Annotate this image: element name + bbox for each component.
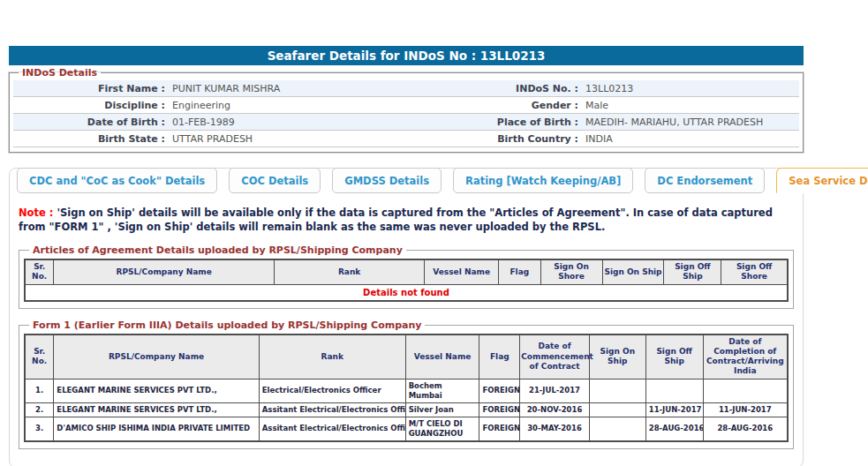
- details-not-found-message: Details not found: [25, 284, 788, 301]
- col-sr-no: Sr. No.: [25, 259, 54, 284]
- commencement-date: 20-NOV-2016: [520, 402, 590, 417]
- indos-row-state: Birth State : UTTAR PRADESH Birth Countr…: [13, 131, 799, 147]
- form1-legend: Form 1 (Earlier Form IIIA) Details uploa…: [29, 319, 425, 331]
- col-flag: Flag: [499, 259, 541, 284]
- birth-country-value: INDIA: [578, 133, 799, 145]
- tab-cdc-coc-cook-details[interactable]: CDC and "CoC as Cook" Details: [17, 168, 217, 193]
- tab-dc-endorsement[interactable]: DC Endorsement: [645, 168, 765, 193]
- col-sign-on-ship: Sign On Ship: [589, 334, 645, 380]
- vessel-name: M/T CIELO DI GUANGZHOU: [405, 417, 479, 441]
- rank: Assitant Electrical/Electronics Officer: [259, 417, 405, 441]
- flag: FOREIGN: [479, 379, 520, 402]
- note-prefix: Note :: [19, 207, 53, 219]
- company-name: D'AMICO SHIP ISHIMA INDIA PRIVATE LIMITE…: [54, 417, 259, 441]
- first-name-label: First Name :: [13, 83, 165, 94]
- dob-value: 01-FEB-1989: [165, 116, 437, 128]
- form1-table: Sr. No. RPSL/Company Name Rank Vessel Na…: [24, 334, 789, 442]
- sign-on-ship-date: [589, 417, 645, 441]
- col-sign-on-ship: Sign On Ship: [602, 259, 664, 284]
- completion-date: 28-AUG-2016: [703, 417, 788, 441]
- sign-off-ship-date: 11-JUN-2017: [645, 402, 703, 417]
- articles-empty-row: Details not found: [25, 284, 788, 301]
- indos-details-section: INDoS Details First Name : PUNIT KUMAR M…: [9, 67, 804, 153]
- table-row: 2. ELEGANT MARINE SERVICES PVT LTD., Ass…: [25, 402, 788, 417]
- tab-bar: CDC and "CoC as Cook" Details COC Detail…: [10, 168, 803, 193]
- sea-service-panel: CDC and "CoC as Cook" Details COC Detail…: [9, 168, 804, 466]
- page-title: Seafarer Details for INDoS No : 13LL0213: [9, 46, 804, 65]
- place-of-birth-label: Place of Birth :: [437, 116, 578, 128]
- articles-table: Sr. No. RPSL/Company Name Rank Vessel Na…: [24, 259, 789, 302]
- col-completion: Date of Completion of Contract/Arriving …: [703, 334, 788, 380]
- birth-state-value: UTTAR PRADESH: [165, 133, 437, 145]
- sign-on-ship-note: Note : 'Sign on Ship' details will be av…: [10, 193, 803, 234]
- place-of-birth-value: MAEDIH- MARIAHU, UTTAR PRADESH: [578, 116, 799, 128]
- col-sign-on-shore: Sign On Shore: [540, 259, 602, 284]
- birth-country-label: Birth Country :: [437, 133, 578, 145]
- vessel-name: Bochem Mumbai: [405, 379, 479, 402]
- sr-no: 2.: [25, 402, 54, 417]
- indos-no-label: INDoS No. :: [437, 83, 578, 94]
- sign-off-ship-date: [645, 379, 703, 402]
- indos-no-value: 13LL0213: [578, 83, 799, 94]
- articles-legend: Articles of Agreement Details uploaded b…: [29, 244, 406, 256]
- col-company: RPSL/Company Name: [54, 334, 259, 380]
- articles-header-row: Sr. No. RPSL/Company Name Rank Vessel Na…: [25, 259, 788, 284]
- col-sign-off-ship: Sign Off Ship: [664, 259, 721, 284]
- sign-on-ship-date: [589, 402, 645, 417]
- rank: Electrical/Electronics Officer: [259, 379, 405, 402]
- sign-off-ship-date: 28-AUG-2016: [645, 417, 703, 441]
- indos-details-legend: INDoS Details: [19, 67, 101, 79]
- sr-no: 1.: [25, 379, 54, 402]
- col-sign-off-ship: Sign Off Ship: [645, 334, 703, 380]
- col-vessel: Vessel Name: [405, 334, 479, 380]
- indos-row-name: First Name : PUNIT KUMAR MISHRA INDoS No…: [13, 80, 799, 97]
- col-commencement: Date of Commencement of Contract: [520, 334, 590, 380]
- sr-no: 3.: [25, 417, 54, 441]
- commencement-date: 30-MAY-2016: [520, 417, 590, 441]
- gender-label: Gender :: [437, 100, 578, 111]
- col-sign-off-shore: Sign Off Shore: [721, 259, 788, 284]
- form1-header-row: Sr. No. RPSL/Company Name Rank Vessel Na…: [25, 334, 788, 380]
- col-rank: Rank: [259, 334, 405, 380]
- dob-label: Date of Birth :: [13, 116, 165, 128]
- col-flag: Flag: [479, 334, 520, 380]
- rank: Assitant Electrical/Electronics Officer: [259, 402, 405, 417]
- gender-value: Male: [578, 100, 799, 111]
- tab-gmdss-details[interactable]: GMDSS Details: [332, 168, 442, 193]
- tab-sea-service-details[interactable]: Sea Service Details: [776, 168, 868, 193]
- company-name: ELEGANT MARINE SERVICES PVT LTD.,: [54, 402, 259, 417]
- sign-on-ship-date: [589, 379, 645, 402]
- completion-date: [703, 379, 788, 402]
- flag: FOREIGN: [479, 402, 520, 417]
- col-vessel: Vessel Name: [425, 259, 499, 284]
- discipline-value: Engineering: [165, 100, 437, 111]
- table-row: 3. D'AMICO SHIP ISHIMA INDIA PRIVATE LIM…: [25, 417, 788, 441]
- col-rank: Rank: [275, 259, 425, 284]
- flag: FOREIGN: [479, 417, 520, 441]
- first-name-value: PUNIT KUMAR MISHRA: [165, 83, 437, 94]
- articles-of-agreement-section: Articles of Agreement Details uploaded b…: [19, 244, 794, 309]
- table-row: 1. ELEGANT MARINE SERVICES PVT LTD., Ele…: [25, 379, 788, 402]
- vessel-name: Silver Joan: [405, 402, 479, 417]
- completion-date: 11-JUN-2017: [703, 402, 788, 417]
- page: Seafarer Details for INDoS No : 13LL0213…: [9, 46, 804, 466]
- note-text: 'Sign on Ship' details will be available…: [19, 207, 773, 233]
- birth-state-label: Birth State :: [13, 133, 165, 145]
- col-company: RPSL/Company Name: [54, 259, 275, 284]
- indos-row-discipline: Discipline : Engineering Gender : Male: [13, 97, 799, 114]
- tab-coc-details[interactable]: COC Details: [229, 168, 321, 193]
- company-name: ELEGANT MARINE SERVICES PVT LTD.,: [54, 379, 259, 402]
- indos-row-birth: Date of Birth : 01-FEB-1989 Place of Bir…: [13, 114, 799, 131]
- form1-section: Form 1 (Earlier Form IIIA) Details uploa…: [19, 319, 794, 449]
- commencement-date: 21-JUL-2017: [520, 379, 590, 402]
- discipline-label: Discipline :: [13, 100, 165, 111]
- col-sr-no: Sr. No.: [25, 334, 54, 380]
- tab-rating-watch-keeping[interactable]: Rating [Watch Keeping/AB]: [453, 168, 633, 193]
